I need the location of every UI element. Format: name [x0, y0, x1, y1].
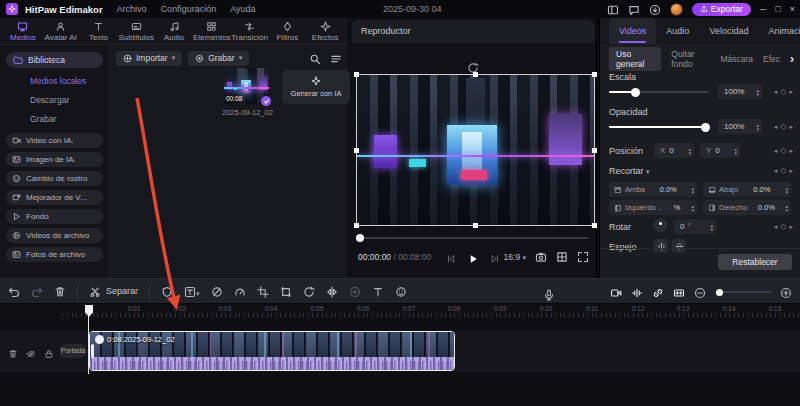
- media-clip-thumbnail[interactable]: 00:08: [224, 68, 269, 104]
- user-avatar[interactable]: [670, 3, 683, 16]
- sidebar-item-mejorador[interactable]: Mejorador de V...: [6, 190, 103, 205]
- scale-slider-knob[interactable]: [631, 88, 640, 97]
- inspector-tab-videos[interactable]: Videos: [609, 18, 656, 44]
- opacity-keyframe-controls[interactable]: ◂◇▸: [774, 122, 793, 131]
- seek-bar[interactable]: [357, 237, 589, 239]
- sidebar-item-video-con-ia[interactable]: Video con IA.: [6, 133, 103, 148]
- tab-efectos[interactable]: Efectos: [306, 21, 344, 42]
- stepper-arrows[interactable]: ▴▾: [710, 223, 713, 231]
- menu-ayuda[interactable]: Ayuda: [230, 4, 255, 14]
- opacity-slider-knob[interactable]: [701, 123, 710, 132]
- rotate-keyframe-controls[interactable]: ◂◇▸: [774, 222, 793, 231]
- sort-list-icon[interactable]: [330, 49, 342, 67]
- crop-top-field[interactable]: Arriba0.0%▴▾: [609, 182, 697, 197]
- split-label[interactable]: Separar: [106, 286, 138, 296]
- position-keyframe-controls[interactable]: ◂◇▸: [774, 146, 793, 155]
- inspector-tab-audio[interactable]: Audio: [656, 18, 699, 44]
- redo-icon[interactable]: [31, 282, 43, 300]
- minimize-button[interactable]: ─: [760, 0, 766, 18]
- tab-elementos[interactable]: Elementos: [193, 21, 231, 42]
- position-x-field[interactable]: X0▴▾: [654, 143, 694, 158]
- speed-icon[interactable]: [234, 282, 246, 300]
- resize-handle[interactable]: [354, 223, 359, 228]
- sidebar-item-fondo[interactable]: Fondo: [6, 209, 103, 224]
- flip-horizontal-icon[interactable]: [654, 239, 668, 253]
- seek-knob[interactable]: [356, 234, 364, 242]
- tab-filtros[interactable]: Filtros: [268, 21, 306, 42]
- sidebar-item-medios-locales[interactable]: Medios locales: [6, 72, 103, 91]
- play-icon[interactable]: [467, 249, 479, 267]
- stepper-arrows[interactable]: ▴▾: [785, 186, 788, 194]
- stepper-arrows[interactable]: ▴▾: [756, 123, 759, 131]
- subtab-uso-general[interactable]: Uso general: [609, 47, 661, 71]
- opacity-slider[interactable]: [609, 126, 709, 128]
- timeline-ruler[interactable]: 0:01 0:02 0:03 0:04 0:05 0:06 0:07 0:08 …: [0, 304, 800, 318]
- menu-archivo[interactable]: Archivo: [117, 4, 147, 14]
- resize-handle[interactable]: [592, 223, 597, 228]
- stepper-arrows[interactable]: ▴▾: [785, 204, 788, 212]
- subtab-mascara[interactable]: Máscara: [720, 54, 753, 64]
- tab-avatar-ai[interactable]: Avatar AI: [42, 21, 80, 42]
- sidebar-item-biblioteca[interactable]: Biblioteca: [6, 52, 103, 68]
- sidebar-item-fotos-de-archivo[interactable]: Fotos de archivo: [6, 247, 103, 262]
- resize-handle[interactable]: [354, 72, 359, 77]
- stepper-arrows[interactable]: ▴▾: [734, 147, 737, 155]
- text-to-speech-icon[interactable]: [372, 282, 384, 300]
- rotate-tool-icon[interactable]: [303, 282, 315, 300]
- position-y-field[interactable]: Y0▴▾: [700, 143, 740, 158]
- subtab-quitar-fondo[interactable]: Quitar fondo: [671, 49, 710, 69]
- inspector-tab-animacion[interactable]: Animación: [758, 18, 800, 44]
- track-hide-icon[interactable]: [26, 344, 36, 362]
- scale-value-field[interactable]: 100%▴▾: [718, 84, 762, 99]
- audio-wave-icon[interactable]: [631, 283, 643, 301]
- stepper-arrows[interactable]: ▴▾: [688, 147, 691, 155]
- scale-slider[interactable]: [609, 91, 709, 93]
- tab-medios[interactable]: Medios: [4, 21, 42, 42]
- crop-left-field[interactable]: Izquierdo ..%▴▾: [609, 200, 697, 215]
- crop-section-label[interactable]: Recortar ▾: [609, 166, 650, 176]
- denoise-icon[interactable]: [211, 282, 223, 300]
- cover-button[interactable]: Portada: [59, 344, 87, 358]
- sidebar-item-videos-de-archivo[interactable]: Videos de archivo: [6, 228, 103, 243]
- sidebar-item-grabar[interactable]: Grabar: [6, 110, 103, 129]
- delete-icon[interactable]: [54, 282, 66, 300]
- maximize-button[interactable]: □: [775, 0, 780, 18]
- watermark-icon[interactable]: [161, 282, 173, 300]
- tab-subtitulos[interactable]: Subtítulos: [117, 21, 155, 42]
- resize-handle[interactable]: [473, 72, 478, 77]
- tab-transicion[interactable]: Transición: [231, 21, 269, 42]
- previous-frame-icon[interactable]: [446, 249, 456, 267]
- clip-trim-handle[interactable]: [91, 344, 94, 358]
- crop-tool-icon[interactable]: [257, 282, 269, 300]
- zoom-in-icon[interactable]: [780, 283, 792, 301]
- split-icon[interactable]: [89, 282, 101, 300]
- preview-quality-icon[interactable]: [610, 283, 622, 301]
- zoom-out-icon[interactable]: [694, 283, 706, 301]
- resize-handle[interactable]: [473, 223, 478, 228]
- inspector-tab-velocidad[interactable]: Velocidad: [699, 18, 758, 44]
- fit-timeline-icon[interactable]: [673, 283, 685, 301]
- face-tool-icon[interactable]: [395, 282, 407, 300]
- subtab-efecto[interactable]: Efec: [763, 54, 780, 64]
- tab-audio[interactable]: Audio: [155, 21, 193, 42]
- transform-icon[interactable]: [280, 282, 292, 300]
- generate-with-ai-card[interactable]: Generar con IA: [282, 70, 350, 104]
- resize-handle[interactable]: [354, 148, 359, 153]
- download-update-icon[interactable]: [649, 0, 661, 18]
- preview-frame[interactable]: [356, 74, 595, 226]
- layout-icon[interactable]: [607, 0, 619, 18]
- zoom-slider-knob[interactable]: [716, 289, 723, 296]
- grid-icon[interactable]: [556, 251, 568, 263]
- aspect-ratio-select[interactable]: 16:9 ▾: [504, 252, 526, 262]
- stepper-arrows[interactable]: ▴▾: [691, 186, 694, 194]
- scale-keyframe-controls[interactable]: ◂◇▸: [774, 87, 793, 96]
- resize-handle[interactable]: [592, 72, 597, 77]
- reset-button[interactable]: Restablecer: [718, 254, 792, 270]
- record-button[interactable]: Grabar▾: [188, 51, 249, 66]
- track-lock-icon[interactable]: [44, 344, 54, 362]
- feedback-icon[interactable]: [628, 0, 640, 18]
- fullscreen-icon[interactable]: [577, 251, 589, 263]
- tab-texto[interactable]: Texto: [80, 21, 118, 42]
- freeze-frame-icon[interactable]: [349, 282, 361, 300]
- opacity-value-field[interactable]: 100%▴▾: [718, 119, 762, 134]
